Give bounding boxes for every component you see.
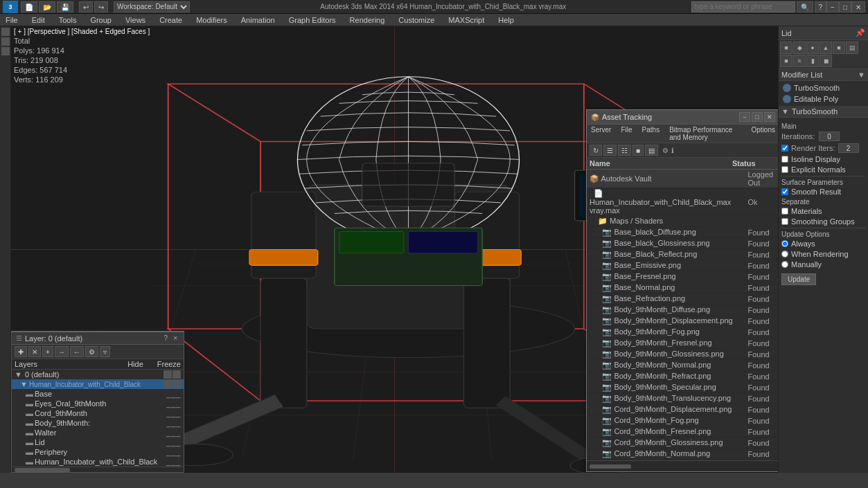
asset-row-18[interactable]: 📷 Body_9thMonth_Translucency.pngFound [587,393,778,404]
layer-item-human-incubator[interactable]: ▼ Human_Incubator_with_Child_Black [12,379,184,389]
layer-base-vis[interactable]: ⎯⎯⎯ [166,390,181,398]
asset-maximize-btn[interactable]: □ [752,112,763,122]
asset-row-22[interactable]: 📷 Cord_9thMonth_Glossiness.pngFound [587,437,778,449]
layer-item-human2[interactable]: ▬ Human_Incubator_with_Child_Black ⎯⎯⎯ [12,457,184,467]
ri-btn-3[interactable]: ● [806,42,819,54]
layer-eyes-vis[interactable]: ⎯⎯⎯ [166,399,181,408]
asset-reload-btn[interactable]: ↻ [590,145,602,156]
asset-row-15[interactable]: 📷 Body_9thMonth_Normal.pngFound [587,360,778,371]
left-tool-3[interactable] [1,47,10,55]
layer-collapse-btn[interactable]: ▿ [100,346,110,357]
asset-row-23[interactable]: 📷 Cord_9thMonth_Normal.pngFound [587,449,778,460]
layer-h-scrollbar[interactable] [12,467,184,472]
turbosmooth-header[interactable]: ▼ TurboSmooth [779,106,868,118]
ts-when-rendering-radio[interactable] [781,251,788,257]
layer-new-btn[interactable]: ✚ [15,346,27,357]
asset-row-14[interactable]: 📷 Body_9thMonth_Glossiness.pngFound [587,349,778,360]
redo-btn[interactable]: ↪ [94,1,108,12]
left-tool-1[interactable] [1,28,10,36]
menu-views[interactable]: Views [123,16,148,24]
layer-scroll-thumb[interactable] [15,468,70,472]
layer-item-base[interactable]: ▬ Base ⎯⎯⎯ [12,389,184,399]
ts-explicit-check[interactable] [781,166,788,173]
undo-btn[interactable]: ↩ [79,1,93,12]
new-btn[interactable]: 📄 [21,1,37,12]
ri-btn-5[interactable]: ■ [833,42,845,54]
asset-menu-server[interactable]: Server [590,125,612,142]
asset-row-11[interactable]: 📷 Body_9thMonth_Displacement.pngFound [587,316,778,327]
ts-manually-radio[interactable] [781,261,788,268]
menu-maxscript[interactable]: MAXScript [445,16,487,24]
asset-row-20[interactable]: 📷 Cord_9thMonth_Fog.pngFound [587,415,778,426]
asset-row-4[interactable]: 📷 Base_black_Glossiness.pngFound [587,238,778,249]
minimize-btn[interactable]: − [826,1,839,12]
layer-cord-vis[interactable]: ⎯⎯⎯ [166,409,181,417]
ts-isoline-check[interactable] [781,156,788,163]
menu-create[interactable]: Create [157,16,185,24]
ts-render-iters-check[interactable] [781,145,788,152]
layer-item-cord[interactable]: ▬ Cord_9thMonth ⎯⎯⎯ [12,408,184,418]
ri-btn-9[interactable]: ▮ [806,55,819,67]
modifier-editable-poly[interactable]: Editable Poly [780,93,867,105]
layer-panel-question[interactable]: ? [162,334,170,343]
asset-row-9[interactable]: 📷 Base_Refraction.pngFound [587,293,778,305]
save-btn[interactable]: 💾 [57,1,73,12]
ts-update-btn[interactable]: Update [781,273,816,285]
menu-modifiers[interactable]: Modifiers [193,16,230,24]
layer-body-vis[interactable]: ⎯⎯⎯ [166,419,181,427]
layer-delete-btn[interactable]: ✕ [28,346,41,357]
ts-materials-check[interactable] [781,208,788,215]
layer-item-lid[interactable]: ▬ Lid ⎯⎯⎯ [12,437,184,447]
asset-menu-bitmap[interactable]: Bitmap Performance and Memory [668,125,743,142]
asset-row-13[interactable]: 📷 Body_9thMonth_Fresnel.pngFound [587,338,778,349]
asset-row-19[interactable]: 📷 Cord_9thMonth_Displacement.pngFound [587,404,778,415]
asset-grid-btn[interactable]: ▤ [645,145,658,156]
asset-row-1[interactable]: 📄 Human_Incubator_with_Child_Black_max v… [587,188,778,216]
asset-row-0[interactable]: 📦 Autodesk VaultLogged Out [587,170,778,188]
asset-row-7[interactable]: 📷 Base_Fresnel.pngFound [587,271,778,282]
modifier-turbosmooth[interactable]: TurboSmooth [780,82,867,93]
ts-iterations-input[interactable] [819,132,840,141]
menu-edit[interactable]: Edit [29,16,48,24]
asset-detail-btn[interactable]: ☷ [618,145,631,156]
ri-btn-4[interactable]: ▲ [820,42,832,54]
asset-row-10[interactable]: 📷 Body_9thMonth_Diffuse.pngFound [587,305,778,316]
menu-graph-editors[interactable]: Graph Editors [286,16,339,24]
search-btn[interactable]: 🔍 [797,1,813,12]
asset-col-name[interactable]: Name [587,158,729,170]
layer-options-btn[interactable]: ⚙ [85,346,98,357]
layer-item-walter[interactable]: ▬ Walter ⎯⎯⎯ [12,428,184,437]
layer-item-periphery[interactable]: ▬ Periphery ⎯⎯⎯ [12,447,184,457]
ri-btn-6[interactable]: ▤ [846,42,858,54]
menu-group[interactable]: Group [87,16,114,24]
ri-btn-1[interactable]: ■ [780,42,792,54]
search-input[interactable] [691,1,795,12]
layer-item-body[interactable]: ▬ Body_9thMonth: ⎯⎯⎯ [12,418,184,428]
left-tool-2[interactable] [1,37,10,46]
layer-remove-btn[interactable]: ← [70,346,84,357]
layer-freeze-dot[interactable] [172,370,181,379]
modifier-list-expand[interactable]: ▼ [858,71,865,79]
asset-scroll-area[interactable]: 📦 Autodesk VaultLogged Out 📄 Human_Incub… [587,170,778,460]
asset-row-17[interactable]: 📷 Body_9thMonth_Specular.pngFound [587,382,778,393]
menu-customize[interactable]: Customize [396,16,437,24]
help-btn[interactable]: ? [815,1,827,12]
asset-menu-options[interactable]: Options [750,125,777,142]
ri-btn-2[interactable]: ◆ [793,42,806,54]
menu-file[interactable]: File [3,16,21,24]
asset-col-status[interactable]: Status [729,158,778,170]
ts-smooth-check[interactable] [781,188,788,195]
menu-help[interactable]: Help [495,16,517,24]
asset-row-3[interactable]: 📷 Base_black_Diffuse.pngFound [587,227,778,238]
layer-panel-close[interactable]: × [171,334,179,343]
layer-add-btn[interactable]: → [55,346,69,357]
close-btn[interactable]: ✕ [851,1,865,12]
asset-row-8[interactable]: 📷 Base_Normal.pngFound [587,282,778,293]
asset-list-btn[interactable]: ☰ [603,145,617,156]
asset-close-btn[interactable]: ✕ [764,112,775,122]
layer-lid-vis[interactable]: ⎯⎯⎯ [166,438,181,446]
layer-walter-vis[interactable]: ⎯⎯⎯ [166,428,181,437]
asset-row-2[interactable]: 📁 Maps / Shaders [587,216,778,227]
menu-rendering[interactable]: Rendering [347,16,388,24]
asset-row-6[interactable]: 📷 Base_Emissive.pngFound [587,260,778,271]
